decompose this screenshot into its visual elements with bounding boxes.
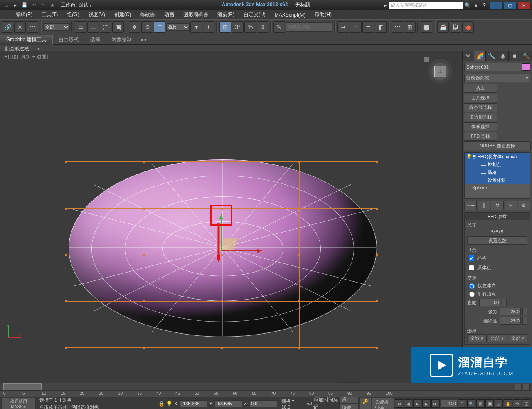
set-nurbsselect[interactable]: NURBS 曲面选择	[464, 141, 531, 150]
sourcevol-checkbox[interactable]	[469, 265, 474, 270]
help-icon[interactable]: ?	[481, 2, 488, 8]
menu-create[interactable]: 创建(C)	[110, 10, 135, 19]
save-icon[interactable]: 💾	[21, 2, 28, 9]
search-input[interactable]: 键入关键字或短语	[389, 2, 463, 9]
ffd-control-point[interactable]	[143, 347, 145, 349]
tab-selection[interactable]: 选择	[84, 35, 106, 45]
angle-snap-icon[interactable]: 3°	[232, 21, 244, 33]
set-polyselect[interactable]: 多边形选择	[464, 113, 497, 121]
stack-ffd[interactable]: 💡⊟FFD(长方体) 5x5x5	[465, 153, 530, 161]
all-z-button[interactable]: 全部 Z	[508, 334, 527, 342]
chevron-icon[interactable]: ▸	[384, 2, 387, 8]
material-editor-icon[interactable]: ⬤	[421, 21, 432, 33]
zoom-all-icon[interactable]: ⊞	[476, 399, 485, 408]
tab-motion-icon[interactable]: ◉	[497, 51, 509, 61]
unlink-icon[interactable]: ⤫	[14, 21, 26, 33]
coord-y[interactable]	[215, 400, 242, 407]
falloff-spinner[interactable]	[502, 299, 507, 306]
next-frame-icon[interactable]: ▶	[422, 399, 431, 408]
modifier-stack[interactable]: 💡⊟FFD(长方体) 5x5x5 —控制点 —晶格 —设置体积 Sphere	[464, 152, 530, 199]
ffd-control-point[interactable]	[143, 161, 145, 163]
ffd-control-point[interactable]	[65, 254, 67, 256]
ffd-control-point[interactable]	[376, 161, 378, 163]
tab-create-icon[interactable]: ✳	[463, 51, 474, 61]
curve-mode-icon[interactable]	[515, 384, 522, 390]
menu-grapheditors[interactable]: 图形编辑器	[179, 10, 212, 19]
ffd-control-point[interactable]	[376, 347, 378, 349]
current-frame-input[interactable]	[441, 400, 457, 408]
pin-stack-icon[interactable]: ⊣⊢	[464, 201, 477, 210]
ffd-lattice[interactable]	[66, 161, 377, 348]
minimize-button[interactable]: —	[490, 2, 502, 9]
menu-customize[interactable]: 自定义(U)	[239, 10, 270, 19]
ffd-control-point[interactable]	[298, 254, 300, 256]
layers-icon[interactable]: ≣	[362, 21, 374, 33]
pivot-icon[interactable]: ▾	[190, 21, 202, 33]
ffd-control-point[interactable]	[298, 161, 300, 163]
move-icon[interactable]: ✥	[129, 21, 140, 33]
edit-named-icon[interactable]: ✎	[273, 21, 285, 33]
undo-icon[interactable]: ↶	[30, 2, 37, 9]
ffd-control-point[interactable]	[143, 300, 145, 302]
ffd-control-point[interactable]	[376, 254, 378, 256]
key-icon[interactable]: 🔑	[360, 398, 371, 409]
show-result-icon[interactable]: ∥	[478, 201, 490, 210]
max-toggle-icon[interactable]: ◱	[522, 399, 530, 408]
coord-x[interactable]	[180, 400, 207, 407]
remove-mod-icon[interactable]: ✂	[505, 201, 517, 210]
graphite-icon[interactable]: ◧	[375, 21, 387, 33]
stack-lattice[interactable]: —晶格	[465, 169, 530, 176]
set-extrude[interactable]: 挤出	[464, 84, 497, 93]
object-name-field[interactable]: Sphere001	[464, 63, 530, 71]
menu-tools[interactable]: 工具(T)	[37, 10, 62, 19]
zoom-extents-icon[interactable]: ▣	[485, 399, 494, 408]
ribbon-expand-icon[interactable]: ◂ ▾	[140, 37, 146, 42]
set-volselect[interactable]: 体积选择	[464, 122, 497, 131]
render-setup-icon[interactable]: ☕	[437, 21, 449, 33]
snap-toggle-icon[interactable]: ⊞	[219, 21, 231, 33]
window-cross-icon[interactable]: ▣	[112, 21, 124, 33]
ffd-control-point[interactable]	[298, 208, 300, 210]
ref-coord-sys[interactable]: 视图	[166, 23, 190, 31]
new-icon[interactable]: ▭	[2, 2, 10, 9]
ffd-control-point[interactable]	[376, 300, 378, 302]
isolate-icon[interactable]: 💡	[166, 401, 172, 407]
viewcube-face[interactable]: 上	[434, 66, 446, 77]
align-icon[interactable]: ≡	[350, 21, 362, 33]
viewcube[interactable]: 上	[428, 59, 453, 84]
continuity-spinner[interactable]	[522, 317, 527, 325]
stack-controlpoints[interactable]: —控制点	[465, 161, 530, 169]
ffd-control-point[interactable]	[376, 208, 378, 210]
select-link-icon[interactable]: 🔗	[2, 21, 13, 33]
make-unique-icon[interactable]: ∀	[491, 201, 503, 210]
object-color-swatch[interactable]	[522, 63, 530, 71]
menu-modifiers[interactable]: 修改器	[136, 10, 159, 19]
setkey-button[interactable]: 设置关键点	[339, 404, 359, 409]
lock-icon[interactable]: 🔒	[158, 401, 165, 407]
spinner-snap-icon[interactable]: ⇕	[257, 21, 268, 33]
render-frame-icon[interactable]: 🖼	[450, 21, 461, 33]
stack-setvolume[interactable]: —设置体积	[465, 176, 530, 184]
ffd-control-point[interactable]	[221, 347, 223, 349]
viewcube-home-icon[interactable]	[424, 57, 429, 62]
mirror-icon[interactable]: ⇔	[337, 21, 349, 33]
tab-graphite[interactable]: Graphite 建模工具	[0, 35, 53, 45]
play-icon[interactable]: ▶	[413, 399, 421, 408]
select-name-icon[interactable]: ☰	[87, 21, 99, 33]
named-selection-input[interactable]	[286, 22, 332, 32]
tab-utilities-icon[interactable]: 🔨	[520, 51, 532, 61]
percent-snap-icon[interactable]: %	[244, 21, 256, 33]
modifier-list-dropdown[interactable]: 修改器列表▾	[464, 74, 530, 82]
ffd-control-point[interactable]	[65, 300, 67, 302]
ffd-control-point[interactable]	[298, 347, 300, 349]
viewport-label[interactable]: [+] [顶] [真实 + 边面]	[3, 53, 48, 60]
ffd-control-point[interactable]	[221, 300, 223, 302]
ffd-control-point[interactable]	[298, 300, 300, 302]
all-y-button[interactable]: 全部 Y	[488, 334, 507, 342]
tab-modify-icon[interactable]: 🌈	[474, 51, 486, 61]
tension-spinner[interactable]	[522, 308, 527, 315]
tab-hierarchy-icon[interactable]: 🔧	[486, 51, 498, 61]
pan-icon[interactable]: ✋	[504, 399, 512, 408]
set-ffdselect[interactable]: FFD 选择	[464, 132, 497, 141]
rotate-icon[interactable]: ⟲	[141, 21, 153, 33]
